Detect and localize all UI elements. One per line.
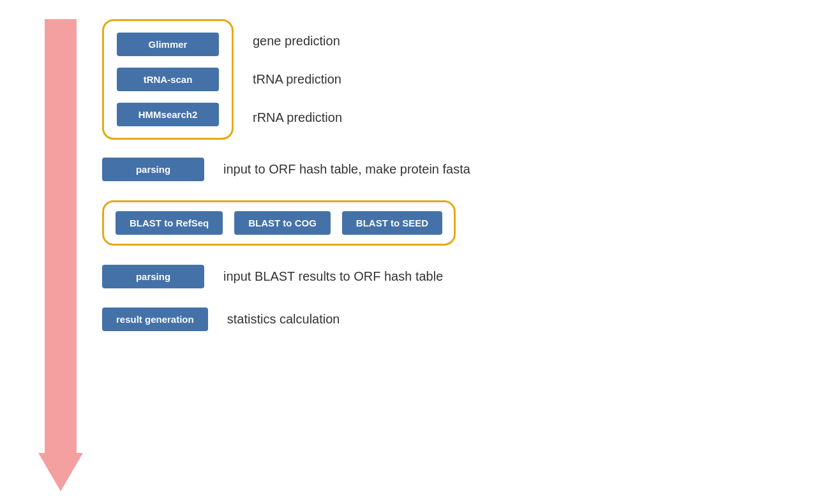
glimmer-button[interactable]: Glimmer bbox=[117, 33, 219, 56]
hmmsearch2-button[interactable]: HMMsearch2 bbox=[117, 103, 219, 126]
result-generation-button[interactable]: result generation bbox=[102, 308, 208, 331]
main-content: Glimmer tRNA-scan HMMsearch2 gene predic… bbox=[102, 19, 809, 491]
trna-prediction-label: tRNA prediction bbox=[253, 66, 342, 93]
parsing-button-1[interactable]: parsing bbox=[102, 158, 204, 181]
blast-group-box: BLAST to RefSeq BLAST to COG BLAST to SE… bbox=[102, 200, 456, 246]
gene-prediction-label: gene prediction bbox=[253, 28, 342, 55]
parsing-row-2: parsing input BLAST results to ORF hash … bbox=[102, 265, 809, 288]
blast-cog-button[interactable]: BLAST to COG bbox=[234, 211, 331, 235]
result-description: statistics calculation bbox=[227, 312, 340, 327]
result-row: result generation statistics calculation bbox=[102, 308, 809, 331]
rrna-prediction-label: rRNA prediction bbox=[253, 105, 342, 131]
parsing-row-1: parsing input to ORF hash table, make pr… bbox=[102, 158, 809, 181]
blast-group-row: BLAST to RefSeq BLAST to COG BLAST to SE… bbox=[102, 200, 809, 246]
blast-refseq-button[interactable]: BLAST to RefSeq bbox=[116, 211, 223, 235]
parsing-button-2[interactable]: parsing bbox=[102, 265, 204, 288]
parsing-description-2: input BLAST results to ORF hash table bbox=[223, 269, 443, 284]
blast-seed-button[interactable]: BLAST to SEED bbox=[342, 211, 442, 235]
prediction-group-row: Glimmer tRNA-scan HMMsearch2 gene predic… bbox=[102, 19, 809, 140]
trna-scan-button[interactable]: tRNA-scan bbox=[117, 68, 219, 91]
parsing-description-1: input to ORF hash table, make protein fa… bbox=[223, 162, 470, 177]
prediction-group-box: Glimmer tRNA-scan HMMsearch2 bbox=[102, 19, 234, 140]
arrow-shaft bbox=[45, 19, 77, 453]
flow-arrow bbox=[38, 19, 83, 491]
arrow-head bbox=[38, 453, 83, 491]
prediction-labels: gene prediction tRNA prediction rRNA pre… bbox=[253, 28, 342, 131]
